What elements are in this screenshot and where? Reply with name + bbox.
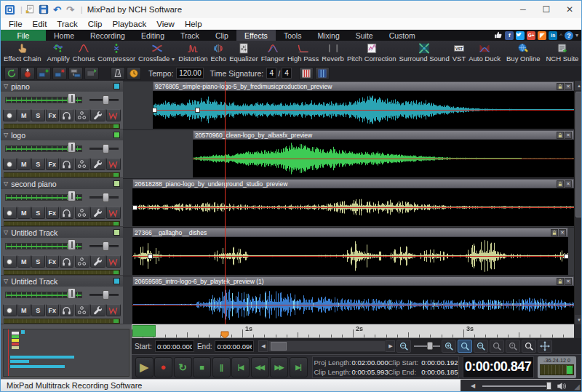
arm-record-button[interactable] [3, 207, 17, 219]
track-color-swatch[interactable] [113, 229, 120, 236]
ribbon-button-buy-online[interactable]: Buy Online [505, 41, 541, 65]
time-signature-numerator-input[interactable] [266, 68, 276, 79]
grid-blue-button[interactable] [315, 67, 330, 80]
volume-fader-handle[interactable] [68, 191, 76, 201]
menu-item-edit[interactable]: Edit [28, 20, 52, 28]
headphones-button[interactable] [60, 304, 73, 316]
ribbon-button-surround-sound[interactable]: Surround Sound [398, 41, 451, 65]
mixer-button[interactable] [75, 207, 89, 219]
track-tools-button[interactable] [90, 158, 105, 170]
scroll-down-arrow[interactable]: ▼ [575, 315, 582, 324]
linkedin-icon[interactable]: in [549, 31, 557, 40]
help-icon[interactable]: ? [565, 31, 573, 40]
bounce-button[interactable] [4, 67, 19, 80]
tab-tools[interactable]: Tools [276, 30, 310, 41]
time-ruler[interactable] [132, 324, 574, 338]
scroll-right-arrow[interactable]: ▶ [386, 340, 395, 352]
mixer-button[interactable] [75, 255, 89, 268]
clip-header[interactable]: 20659585_intro-logo-6_by_playtek_preview… [132, 276, 574, 286]
rewind-button[interactable]: ◀◀ [251, 357, 269, 377]
play-button[interactable]: ▶ [135, 357, 154, 377]
pan-slider-handle[interactable] [103, 144, 109, 153]
fx-button[interactable]: Fx [46, 304, 60, 316]
tab-file[interactable]: File [1, 30, 46, 41]
solo-button[interactable]: S [31, 109, 45, 121]
mute-button[interactable]: M [17, 109, 31, 121]
headphones-button[interactable] [60, 255, 73, 268]
ribbon-button-amplify[interactable]: Amplify [46, 41, 71, 65]
ribbon-button-pitch-correction[interactable]: Pitch Correction [346, 41, 398, 65]
collapse-track-icon[interactable]: ▽ [4, 229, 8, 236]
close-button[interactable]: ✕ [558, 1, 581, 18]
headphones-button[interactable] [60, 207, 73, 219]
solo-button[interactable]: S [31, 255, 45, 268]
track-color-swatch[interactable] [113, 180, 120, 187]
mute-button[interactable]: M [17, 304, 31, 316]
clip-header[interactable]: 9276805_simple-piano-logo-5_by_fredimusi… [153, 81, 574, 91]
solo-button[interactable]: S [31, 158, 45, 170]
ribbon-button-compressor[interactable]: Compressor [96, 41, 137, 65]
clip-lock-icon[interactable] [557, 83, 564, 90]
track-tools-button[interactable] [90, 207, 105, 219]
clip-lock-icon[interactable] [551, 229, 558, 236]
selection-end-input[interactable] [215, 340, 254, 352]
like-icon[interactable] [494, 31, 503, 40]
ribbon-button-nch-suite[interactable]: NCH Suite [545, 41, 581, 65]
waveform-canvas[interactable] [123, 81, 574, 324]
skip-end-button[interactable]: ▶| [290, 357, 308, 377]
maximize-button[interactable]: ☐ [535, 1, 558, 18]
track-color-swatch[interactable] [113, 132, 120, 138]
vertical-scrollbar-thumb[interactable] [575, 92, 582, 217]
minimize-button[interactable]: ─ [511, 1, 535, 18]
save-icon[interactable] [39, 4, 49, 15]
loop-button[interactable]: ↻ [174, 357, 192, 377]
volume-slider-track[interactable] [482, 385, 549, 387]
clip-close-icon[interactable]: ✕ [565, 278, 572, 285]
clip-header[interactable]: 20618288_piano-logo_by_underground_studi… [132, 179, 574, 188]
mute-button[interactable]: M [17, 207, 31, 219]
menu-item-view[interactable]: View [151, 20, 180, 28]
tab-recording[interactable]: Recording [82, 30, 133, 41]
arm-record-button[interactable] [3, 158, 17, 170]
ribbon-button-flanger[interactable]: Flanger [260, 41, 286, 65]
mixdown-button[interactable] [20, 67, 35, 80]
ribbon-button-distortion[interactable]: Distortion [177, 41, 209, 65]
mixer-button[interactable] [75, 158, 89, 170]
pause-button[interactable]: || [212, 357, 231, 377]
selection-start-input[interactable] [155, 340, 194, 352]
volume-down-arrow[interactable]: ◀ [471, 383, 475, 389]
collapse-track-icon[interactable]: ▽ [4, 132, 8, 138]
pan-slider-handle[interactable] [103, 95, 109, 105]
clip-close-icon[interactable]: ✕ [565, 132, 572, 139]
track-color-swatch[interactable] [113, 83, 120, 89]
clip-close-icon[interactable]: ✕ [559, 229, 566, 236]
waveform-view-button[interactable] [106, 207, 121, 219]
fx-button[interactable]: Fx [46, 109, 60, 121]
mixer-button[interactable] [75, 109, 89, 121]
mute-button[interactable]: M [17, 255, 31, 268]
vertical-scrollbar[interactable]: ▲ ▼ [574, 81, 582, 324]
ribbon-button-chorus[interactable]: Chorus [71, 41, 97, 65]
clip-lock-icon[interactable] [557, 132, 564, 139]
track-header[interactable]: ▽Untitled Track [1, 227, 123, 238]
waveform-view-button[interactable] [106, 109, 121, 121]
metronome-button[interactable] [111, 67, 125, 80]
waveform-view-button[interactable] [106, 304, 121, 316]
tempo-input[interactable] [176, 68, 204, 79]
track-tools-button[interactable] [90, 255, 105, 268]
fx-button[interactable]: Fx [46, 207, 60, 219]
duplicate-track-button[interactable] [68, 67, 83, 80]
clip-header[interactable]: 20570960_clean-logo_by_albasfx_preview✕ [193, 130, 574, 140]
pan-tool-button[interactable] [538, 340, 552, 353]
tab-effects[interactable]: Effects [236, 30, 276, 41]
solo-button[interactable]: S [31, 304, 45, 316]
headphones-button[interactable] [60, 109, 73, 121]
zoom-full-button[interactable] [490, 340, 504, 353]
tab-home[interactable]: Home [46, 30, 82, 41]
arm-record-button[interactable] [3, 109, 17, 121]
tab-suite[interactable]: Suite [348, 30, 381, 41]
zoom-out-button[interactable] [396, 340, 411, 353]
track-tools-button[interactable] [90, 304, 105, 316]
horizontal-scrollbar-thumb[interactable] [271, 342, 287, 351]
menu-item-clip[interactable]: Clip [83, 20, 108, 28]
